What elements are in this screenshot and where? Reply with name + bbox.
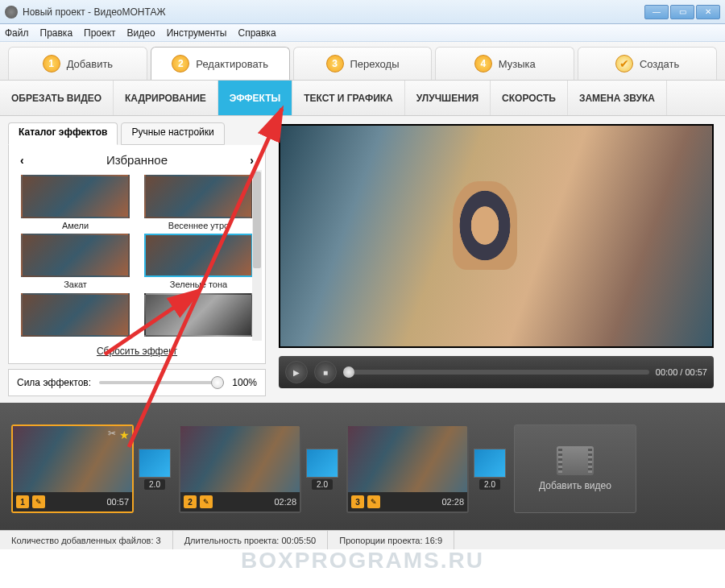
step-music[interactable]: 4Музыка bbox=[435, 47, 574, 80]
window-title: Новый проект - ВидеоМОНТАЖ bbox=[23, 6, 644, 18]
titlebar: Новый проект - ВидеоМОНТАЖ — ▭ ✕ bbox=[0, 0, 725, 24]
film-icon bbox=[557, 446, 594, 475]
timeline: ✂ ★ 1✎00:57 2.0 2✎02:28 2.0 3✎02:28 2.0 … bbox=[0, 403, 725, 530]
step-tabs: 1Добавить 2Редактировать 3Переходы 4Музы… bbox=[0, 42, 725, 81]
transition-slot[interactable]: 2.0 bbox=[474, 449, 506, 490]
effect-item[interactable] bbox=[17, 293, 134, 339]
menu-file[interactable]: Файл bbox=[5, 27, 29, 39]
strength-slider[interactable] bbox=[99, 381, 224, 384]
effect-item[interactable]: Весеннее утро bbox=[140, 175, 257, 230]
reset-effect-link[interactable]: Сбросить эффект bbox=[12, 341, 262, 363]
menu-edit[interactable]: Правка bbox=[40, 27, 73, 39]
subtab-crop[interactable]: ОБРЕЗАТЬ ВИДЕО bbox=[0, 81, 114, 115]
subtab-enhance[interactable]: УЛУЧШЕНИЯ bbox=[405, 81, 491, 115]
catalog-tab[interactable]: Каталог эффектов bbox=[8, 122, 118, 145]
subtab-effects[interactable]: ЭФФЕКТЫ bbox=[218, 81, 292, 115]
star-icon: ★ bbox=[119, 429, 130, 441]
status-files: Количество добавленных файлов: 3 bbox=[0, 531, 173, 549]
add-video-button[interactable]: Добавить видео bbox=[514, 424, 636, 513]
maximize-button[interactable]: ▭ bbox=[670, 5, 694, 19]
edit-subtabs: ОБРЕЗАТЬ ВИДЕО КАДРИРОВАНИЕ ЭФФЕКТЫ ТЕКС… bbox=[0, 81, 725, 116]
menu-project[interactable]: Проект bbox=[84, 27, 116, 39]
step-add[interactable]: 1Добавить bbox=[8, 47, 147, 80]
manual-tab[interactable]: Ручные настройки bbox=[121, 122, 224, 145]
minimize-button[interactable]: — bbox=[644, 5, 669, 19]
subtab-audio[interactable]: ЗАМЕНА ЗВУКА bbox=[568, 81, 667, 115]
strength-label: Сила эффектов: bbox=[17, 377, 91, 388]
app-icon bbox=[5, 6, 18, 19]
time-display: 00:00 / 00:57 bbox=[656, 367, 707, 377]
scissors-icon: ✂ bbox=[108, 428, 116, 439]
transition-slot[interactable]: 2.0 bbox=[306, 449, 338, 490]
pencil-icon[interactable]: ✎ bbox=[200, 495, 213, 508]
menu-help[interactable]: Справка bbox=[238, 27, 276, 39]
menu-video[interactable]: Видео bbox=[127, 27, 155, 39]
pencil-icon[interactable]: ✎ bbox=[32, 495, 45, 508]
prev-group-icon[interactable]: ‹ bbox=[20, 154, 24, 167]
strength-row: Сила эффектов: 100% bbox=[8, 369, 266, 396]
effect-item[interactable]: Амели bbox=[17, 175, 134, 230]
effects-scrollbar[interactable] bbox=[252, 170, 262, 341]
timeline-clip[interactable]: ✂ ★ 1✎00:57 bbox=[11, 424, 134, 513]
step-create[interactable]: ✔Создать bbox=[578, 47, 717, 80]
close-button[interactable]: ✕ bbox=[696, 5, 720, 19]
status-aspect: Пропорции проекта: 16:9 bbox=[328, 531, 454, 549]
strength-value: 100% bbox=[232, 377, 257, 388]
next-group-icon[interactable]: › bbox=[250, 154, 254, 167]
watermark: BOXPROGRAMS.RU bbox=[241, 548, 484, 574]
timeline-clip[interactable]: 2✎02:28 bbox=[179, 424, 301, 513]
timeline-clip[interactable]: 3✎02:28 bbox=[346, 424, 469, 513]
status-duration: Длительность проекта: 00:05:50 bbox=[173, 531, 329, 549]
group-title: Избранное bbox=[106, 153, 168, 167]
step-transitions[interactable]: 3Переходы bbox=[293, 47, 433, 80]
play-button[interactable]: ▶ bbox=[285, 361, 308, 383]
progress-slider[interactable] bbox=[343, 370, 649, 375]
preview-panel: ▶ ■ 00:00 / 00:57 bbox=[274, 116, 725, 403]
video-preview bbox=[279, 124, 714, 348]
player-controls: ▶ ■ 00:00 / 00:57 bbox=[279, 356, 714, 388]
effects-panel: Каталог эффектов Ручные настройки ‹ Избр… bbox=[0, 116, 274, 403]
effect-item-selected[interactable]: Зеленые тона bbox=[140, 234, 257, 289]
pencil-icon[interactable]: ✎ bbox=[367, 495, 380, 508]
menubar: Файл Правка Проект Видео Инструменты Спр… bbox=[0, 24, 725, 42]
subtab-speed[interactable]: СКОРОСТЬ bbox=[491, 81, 568, 115]
effect-item[interactable]: Закат bbox=[17, 234, 134, 289]
transition-slot[interactable]: 2.0 bbox=[139, 449, 171, 490]
subtab-frame[interactable]: КАДРИРОВАНИЕ bbox=[114, 81, 218, 115]
effect-item[interactable] bbox=[140, 293, 257, 339]
step-edit[interactable]: 2Редактировать bbox=[151, 47, 290, 80]
statusbar: Количество добавленных файлов: 3 Длитель… bbox=[0, 530, 725, 549]
stop-button[interactable]: ■ bbox=[314, 361, 337, 383]
menu-tools[interactable]: Инструменты bbox=[167, 27, 227, 39]
subtab-text[interactable]: ТЕКСТ И ГРАФИКА bbox=[292, 81, 404, 115]
